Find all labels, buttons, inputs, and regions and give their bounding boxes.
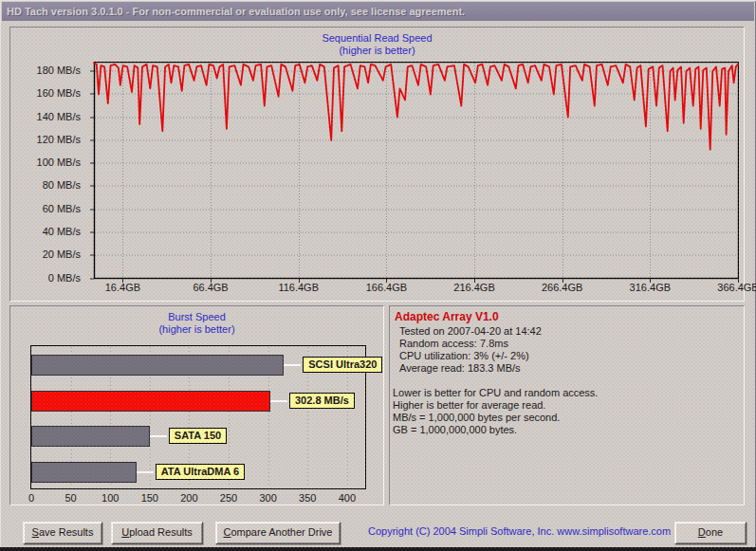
burst-plot: SCSI Ultra320302.8 MB/sSATA 150ATA Ultra… xyxy=(30,345,366,489)
sequential-read-panel: Sequential Read Speed (higher is better)… xyxy=(9,27,745,302)
bar-label: SCSI Ultra320 xyxy=(303,357,382,373)
copyright-label: Copyright (C) 2004 Simpli Software, Inc. xyxy=(368,525,557,537)
burst-x-axis-label: 300 xyxy=(259,492,276,504)
upload-label: pload Results xyxy=(129,526,193,538)
website-link[interactable]: www.simplisoftware.com xyxy=(557,525,671,537)
y-axis-label: 160 MB/s xyxy=(10,87,81,99)
hd-tach-window: HD Tach version 3.0.1.0 - For non-commer… xyxy=(0,0,756,551)
drive-info-panel: Adaptec Array V1.0 Tested on 2007-04-20 … xyxy=(389,305,745,505)
info-note: MB/s = 1,000,000 bytes per second. xyxy=(390,412,744,424)
copyright-text: Copyright (C) 2004 Simpli Software, Inc.… xyxy=(368,525,671,537)
y-axis-label: 0 MB/s xyxy=(10,272,81,284)
y-axis-label: 20 MB/s xyxy=(10,248,81,260)
burst-bar xyxy=(31,462,137,483)
burst-x-axis-label: 350 xyxy=(299,492,316,504)
save-label: ave Results xyxy=(39,526,93,538)
window-titlebar[interactable]: HD Tach version 3.0.1.0 - For non-commer… xyxy=(2,2,754,21)
burst-x-axis-label: 400 xyxy=(339,492,356,504)
bar-label: 302.8 MB/s xyxy=(289,393,355,409)
save-results-button[interactable]: Save Results xyxy=(23,522,102,544)
y-axis-label: 60 MB/s xyxy=(10,203,81,214)
info-note: GB = 1,000,000,000 bytes. xyxy=(390,424,744,436)
info-random-access: Random access: 7.8ms xyxy=(390,338,744,350)
burst-chart-title: Burst Speed xyxy=(10,311,383,323)
bar-label-connector xyxy=(270,400,287,402)
window-bottom-edge xyxy=(0,547,756,551)
done-accel: D xyxy=(698,526,706,538)
burst-bar xyxy=(31,426,150,447)
info-note: Lower is better for CPU and random acces… xyxy=(390,387,744,399)
burst-x-axis-label: 150 xyxy=(141,492,158,504)
burst-chart-subtitle: (higher is better) xyxy=(10,323,383,336)
burst-speed-panel: Burst Speed (higher is better) SCSI Ultr… xyxy=(9,305,384,505)
bar-label: ATA UltraDMA 6 xyxy=(156,464,246,480)
info-spacer xyxy=(390,375,744,387)
burst-x-axis-label: 0 xyxy=(28,492,34,504)
info-note: Higher is better for average read. xyxy=(390,399,744,412)
burst-bar xyxy=(31,391,270,412)
burst-x-axis-label: 100 xyxy=(101,492,119,504)
y-axis-label: 40 MB/s xyxy=(10,226,81,237)
bar-label: SATA 150 xyxy=(169,428,227,444)
burst-x-axis-label: 250 xyxy=(220,492,237,504)
sequential-read-plot xyxy=(88,62,739,285)
burst-bar xyxy=(31,355,284,376)
compare-label: ompare Another Drive xyxy=(230,526,332,538)
read-chart-subtitle: (higher is better) xyxy=(10,45,744,57)
done-button[interactable]: Done xyxy=(674,522,747,544)
burst-x-axis-label: 50 xyxy=(65,492,76,504)
info-tested-on: Tested on 2007-04-20 at 14:42 xyxy=(390,325,744,338)
y-axis-label: 140 MB/s xyxy=(10,111,81,122)
bar-label-connector xyxy=(137,471,154,473)
upload-results-button[interactable]: Upload Results xyxy=(111,522,203,544)
window-title: HD Tach version 3.0.1.0 - For non-commer… xyxy=(7,6,465,17)
info-average-read: Average read: 183.3 MB/s xyxy=(390,362,744,375)
read-chart-title: Sequential Read Speed xyxy=(10,32,744,45)
bar-label-connector xyxy=(284,364,301,366)
drive-name: Adaptec Array V1.0 xyxy=(390,306,744,325)
burst-x-axis-label: 200 xyxy=(180,492,197,504)
bar-label-connector xyxy=(150,435,167,437)
compare-another-drive-button[interactable]: Compare Another Drive xyxy=(215,522,341,544)
y-axis-label: 180 MB/s xyxy=(10,64,81,76)
y-axis-label: 100 MB/s xyxy=(10,156,81,168)
info-cpu-utilization: CPU utilization: 3% (+/- 2%) xyxy=(390,350,744,362)
y-axis-label: 80 MB/s xyxy=(10,179,81,191)
save-accel: S xyxy=(32,526,39,538)
done-label: one xyxy=(706,526,723,538)
upload-accel: U xyxy=(121,526,129,538)
y-axis-label: 120 MB/s xyxy=(10,134,81,145)
